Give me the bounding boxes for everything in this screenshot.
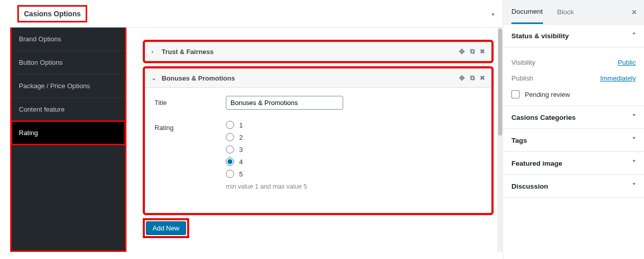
sidebar-item-button-options[interactable]: Button Options: [12, 51, 125, 74]
move-icon[interactable]: [459, 47, 465, 56]
title-label: Title: [154, 96, 226, 110]
section-discussion[interactable]: Discussion ˅: [503, 175, 644, 198]
chevron-down-icon: ˅: [632, 136, 636, 144]
pending-review-checkbox[interactable]: Pending review: [511, 86, 636, 98]
rating-label: Rating: [154, 121, 226, 190]
sidebar-item-rating[interactable]: Rating: [12, 121, 125, 145]
sidebar-item-content-feature[interactable]: Content feature: [12, 98, 125, 121]
chevron-down-icon: ˅: [632, 182, 636, 190]
section-tags[interactable]: Tags ˅: [503, 129, 644, 152]
section-title: Discussion: [511, 183, 548, 190]
rating-option-2[interactable]: 2: [226, 133, 482, 141]
rating-option-5[interactable]: 5: [226, 170, 482, 178]
chevron-down-icon: ˅: [632, 113, 636, 121]
section-featured-image[interactable]: Featured image ˅: [503, 152, 644, 175]
rating-option-1[interactable]: 1: [226, 121, 482, 129]
collapse-toggle-icon[interactable]: ▲: [491, 11, 496, 16]
sidebar-item-label: Button Options: [19, 59, 63, 66]
duplicate-icon[interactable]: [470, 47, 475, 56]
visibility-label: Visibility: [511, 59, 535, 66]
tab-block[interactable]: Block: [557, 1, 574, 23]
block-header[interactable]: › Trust & Fairness: [145, 42, 491, 61]
rating-option-label: 5: [239, 170, 243, 178]
chevron-down-icon: ˅: [632, 159, 636, 167]
options-sidebar: Brand Options Button Options Package / P…: [10, 28, 126, 252]
section-title: Casions Categories: [511, 114, 576, 121]
section-title: Tags: [511, 137, 527, 144]
sidebar-item-label: Content feature: [19, 106, 65, 113]
section-title: Status & visibility: [511, 32, 569, 40]
section-title: Featured image: [511, 160, 562, 167]
rating-option-label: 2: [239, 134, 243, 141]
block-title: Bonuses & Promotions: [162, 74, 235, 82]
chevron-down-icon: ⌄: [151, 75, 158, 82]
rating-option-label: 3: [239, 146, 243, 153]
checkbox-icon: [511, 90, 520, 98]
scrollbar[interactable]: [497, 28, 503, 252]
delete-icon[interactable]: [480, 74, 485, 82]
annotation-text: Add as much as option you want to use: [376, 257, 503, 259]
tab-document[interactable]: Document: [511, 1, 543, 24]
chevron-right-icon: ›: [151, 48, 158, 55]
block-header[interactable]: ⌄ Bonuses & Promotions: [145, 69, 491, 87]
move-icon[interactable]: [459, 74, 465, 82]
delete-icon[interactable]: [480, 47, 485, 56]
publish-label: Publish: [511, 74, 533, 82]
add-new-button[interactable]: Add New: [146, 221, 186, 235]
section-status-visibility[interactable]: Status & visibility ˄: [503, 24, 644, 47]
rating-hint: min value 1 and max value 5: [226, 183, 482, 190]
panel-title: Casions Options: [17, 5, 87, 22]
rating-option-label: 4: [239, 158, 243, 166]
chevron-up-icon: ˄: [632, 32, 636, 40]
pending-review-label: Pending review: [525, 91, 570, 98]
add-new-highlight: Add New: [145, 220, 187, 236]
rating-option-4[interactable]: 4: [226, 158, 482, 166]
rating-option-3[interactable]: 3: [226, 145, 482, 153]
close-icon[interactable]: ×: [631, 7, 637, 18]
rating-option-label: 1: [239, 121, 243, 129]
options-content: › Trust & Fairness ⌄ Bonuses & Promotion…: [126, 28, 503, 252]
sidebar-item-label: Brand Options: [19, 35, 61, 43]
publish-value[interactable]: Immediately: [600, 74, 636, 82]
panel-title-bar: Casions Options ▲: [10, 0, 503, 28]
block-bonuses-promotions: ⌄ Bonuses & Promotions Title: [145, 68, 492, 213]
sidebar-item-package-price-options[interactable]: Package / Price Options: [12, 74, 125, 98]
section-casions-categories[interactable]: Casions Categories ˅: [503, 106, 644, 129]
visibility-value[interactable]: Public: [618, 59, 636, 66]
title-input[interactable]: [226, 96, 343, 110]
status-visibility-body: Visibility Public Publish Immediately Pe…: [503, 47, 644, 106]
scrollbar-thumb[interactable]: [498, 29, 502, 136]
sidebar-item-label: Rating: [19, 129, 38, 137]
sidebar-item-brand-options[interactable]: Brand Options: [12, 28, 125, 51]
sidebar-item-label: Package / Price Options: [19, 82, 90, 90]
duplicate-icon[interactable]: [470, 74, 475, 82]
block-title: Trust & Fairness: [162, 48, 214, 56]
block-trust-fairness: › Trust & Fairness: [145, 42, 492, 61]
inspector-panel: Document Block × Status & visibility ˄ V…: [503, 0, 644, 259]
